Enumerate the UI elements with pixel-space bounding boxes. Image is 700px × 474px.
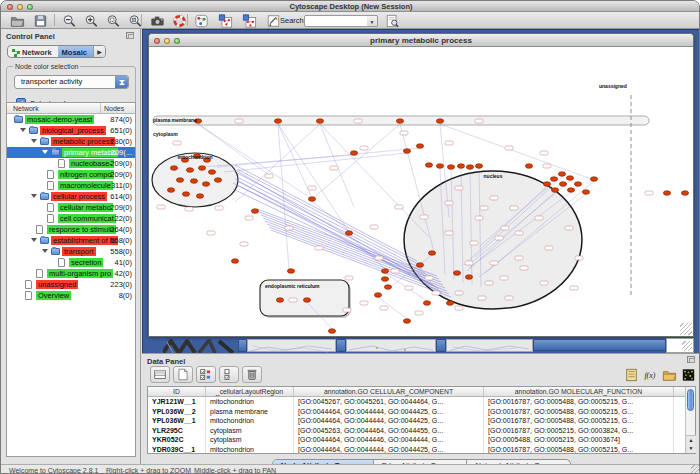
network-node[interactable] bbox=[453, 271, 460, 276]
window-titlebar[interactable]: Cytoscape Desktop (New Session) bbox=[1, 1, 700, 12]
tree-row[interactable]: macromolecule311(0) bbox=[7, 180, 135, 191]
scrollbar-arrows[interactable]: ▲▼ bbox=[686, 435, 696, 453]
notes-icon[interactable] bbox=[624, 367, 640, 382]
network-node[interactable] bbox=[274, 119, 281, 124]
background-window-edge[interactable] bbox=[436, 339, 446, 352]
expand-arrow-icon[interactable] bbox=[42, 150, 48, 157]
table-row[interactable]: YDR039C__1mitochondrion[GO:0044464, GO:0… bbox=[148, 445, 685, 454]
network-node[interactable] bbox=[276, 298, 283, 303]
attribute-checkbox-icon[interactable] bbox=[219, 366, 239, 383]
network-node[interactable] bbox=[396, 119, 403, 124]
tree-row[interactable]: Overview8(0) bbox=[7, 290, 135, 301]
network-node[interactable] bbox=[403, 149, 410, 154]
edge-attribute-mapper-icon[interactable] bbox=[241, 13, 257, 28]
color-attribute-dropdown[interactable]: transporter activity bbox=[14, 75, 129, 89]
tree-row[interactable]: multi-organism pro42(0) bbox=[7, 268, 135, 279]
network-node[interactable] bbox=[328, 329, 335, 334]
table-row[interactable]: YLR295Ccytoplasm[GO:0045263, GO:0044464,… bbox=[148, 426, 685, 436]
tree-row[interactable]: unassigned223(0) bbox=[7, 279, 135, 290]
network-node[interactable] bbox=[590, 177, 597, 182]
network-node[interactable] bbox=[416, 144, 423, 149]
network-node[interactable] bbox=[196, 194, 203, 199]
new-attribute-icon[interactable] bbox=[173, 366, 193, 383]
network-node[interactable] bbox=[202, 182, 209, 187]
network-node[interactable] bbox=[525, 164, 532, 169]
save-session-icon[interactable] bbox=[32, 13, 48, 28]
background-window[interactable] bbox=[446, 339, 533, 352]
network-node[interactable] bbox=[176, 178, 183, 183]
network-node[interactable] bbox=[550, 177, 557, 182]
network-node[interactable] bbox=[303, 298, 310, 303]
network-node[interactable] bbox=[381, 269, 388, 274]
network-node[interactable] bbox=[287, 269, 294, 274]
network-node[interactable] bbox=[308, 197, 315, 202]
network-node[interactable] bbox=[558, 172, 565, 177]
tree-col-nodes[interactable]: Nodes bbox=[104, 105, 124, 112]
tabs-overflow-arrow-icon[interactable]: ▶ bbox=[93, 46, 105, 57]
network-node[interactable] bbox=[681, 191, 688, 196]
network-node[interactable] bbox=[663, 191, 670, 196]
network-node[interactable] bbox=[381, 277, 388, 282]
formula-icon[interactable]: f(x) bbox=[643, 367, 659, 382]
zoom-out-icon[interactable] bbox=[61, 13, 77, 28]
matrix-icon[interactable] bbox=[681, 367, 697, 382]
tree-row[interactable]: primary metabo209(... bbox=[7, 147, 135, 158]
network-node[interactable] bbox=[425, 163, 432, 168]
tab-mosaic[interactable]: Mosaic bbox=[58, 46, 93, 57]
snapshot-icon[interactable] bbox=[149, 13, 165, 28]
network-node[interactable] bbox=[423, 301, 430, 306]
tree-row[interactable]: secretion41(0) bbox=[7, 257, 135, 268]
network-node[interactable] bbox=[208, 170, 215, 175]
open-file-icon[interactable] bbox=[9, 13, 25, 28]
network-node[interactable] bbox=[465, 275, 472, 280]
background-window-titlebar[interactable] bbox=[533, 339, 666, 351]
background-window[interactable] bbox=[247, 339, 336, 352]
scrollbar-thumb[interactable] bbox=[687, 389, 694, 411]
tree-row[interactable]: nitrogen compo209(0) bbox=[7, 169, 135, 180]
network-node[interactable] bbox=[403, 319, 410, 324]
network-node[interactable] bbox=[574, 182, 581, 187]
table-row[interactable]: YPL036W__2plasma membrane[GO:0044464, GO… bbox=[148, 407, 685, 417]
network-node[interactable] bbox=[190, 179, 197, 184]
network-node[interactable] bbox=[416, 263, 423, 268]
network-node[interactable] bbox=[231, 259, 238, 264]
float-panel-icon[interactable] bbox=[687, 356, 695, 363]
network-node[interactable] bbox=[198, 166, 205, 171]
delete-attribute-icon[interactable] bbox=[242, 366, 262, 383]
network-node[interactable] bbox=[566, 176, 573, 181]
table-row[interactable]: YPL036W__1mitochondrion[GO:0044464, GO:0… bbox=[148, 416, 685, 426]
expand-arrow-icon[interactable] bbox=[42, 249, 48, 256]
network-node[interactable] bbox=[428, 251, 435, 256]
configure-search-icon[interactable] bbox=[384, 13, 400, 28]
network-node[interactable] bbox=[466, 165, 473, 170]
zoom-selected-region-icon[interactable] bbox=[105, 13, 121, 28]
tree-row[interactable]: response to stimulu264(0) bbox=[7, 224, 135, 235]
network-node[interactable] bbox=[457, 164, 464, 169]
vizmapper-icon[interactable] bbox=[193, 13, 209, 28]
column-header[interactable]: ID bbox=[148, 387, 206, 396]
expand-arrow-icon[interactable] bbox=[31, 194, 37, 201]
network-node[interactable] bbox=[316, 119, 323, 124]
search-dropdown-arrow-icon[interactable]: ▼ bbox=[367, 15, 378, 27]
column-header[interactable]: annotation.GO MOLECULAR_FUNCTION bbox=[484, 387, 674, 396]
network-node[interactable] bbox=[350, 151, 357, 156]
network-node[interactable] bbox=[567, 188, 574, 193]
tree-row[interactable]: biological_process651(0) bbox=[7, 125, 135, 136]
app-resize-grip[interactable] bbox=[691, 465, 700, 474]
column-header[interactable]: annotation.GO CELLULAR_COMPONENT bbox=[294, 387, 484, 396]
select-attributes-icon[interactable] bbox=[150, 366, 170, 383]
network-node[interactable] bbox=[475, 164, 482, 169]
tree-row[interactable]: nucleobase-209(0) bbox=[7, 158, 135, 169]
zoom-in-icon[interactable] bbox=[83, 13, 99, 28]
attribute-checkbox-grid-icon[interactable] bbox=[196, 366, 216, 383]
tree-row[interactable]: mosaic-demo-yeast874(0) bbox=[7, 114, 135, 125]
open-attributes-icon[interactable] bbox=[662, 367, 678, 382]
table-scrollbar[interactable]: ▲▼ bbox=[685, 387, 695, 453]
network-node[interactable] bbox=[167, 188, 174, 193]
network-node[interactable] bbox=[446, 301, 453, 306]
network-node[interactable] bbox=[374, 293, 381, 298]
network-node[interactable] bbox=[543, 182, 550, 187]
network-node[interactable] bbox=[582, 190, 589, 195]
tree-row[interactable]: cell communicat22(0) bbox=[7, 213, 135, 224]
table-row[interactable]: YKR052Ccytoplasm[GO:0044464, GO:0044446,… bbox=[148, 435, 685, 445]
